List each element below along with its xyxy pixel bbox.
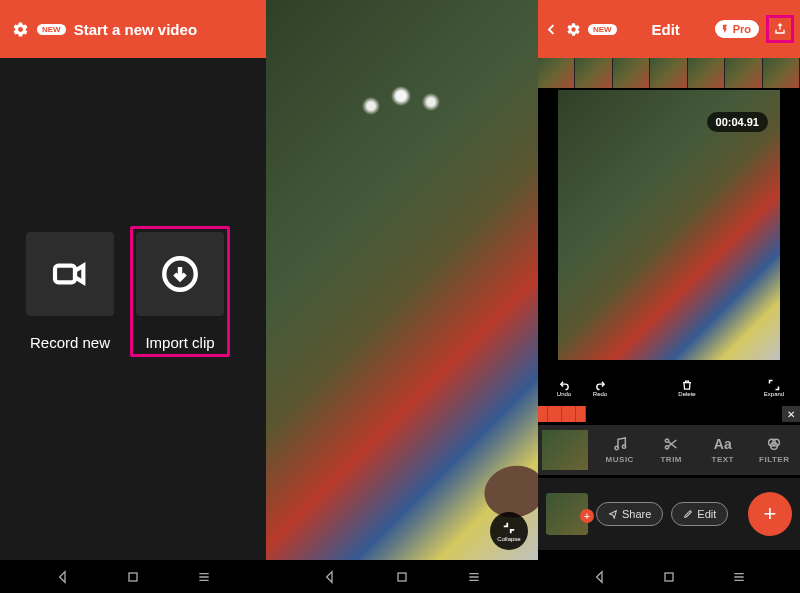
filter-label: FILTER	[759, 455, 789, 464]
timeline-frame[interactable]	[650, 58, 687, 88]
back-icon[interactable]	[544, 22, 559, 37]
topbar-right: NEW Edit Pro	[538, 0, 800, 58]
back-nav-icon[interactable]	[322, 569, 338, 585]
clip-segment[interactable]	[548, 406, 562, 422]
pencil-icon	[683, 509, 693, 519]
clip-bar[interactable]	[538, 406, 800, 422]
panel-start: NEW Start a new video Record new Import	[0, 0, 266, 560]
gear-icon[interactable]	[12, 21, 29, 38]
close-icon: ✕	[787, 409, 795, 420]
undo-label: Undo	[557, 391, 571, 397]
redo-icon	[594, 380, 607, 391]
share-button[interactable]: Share	[596, 502, 663, 526]
gear-icon[interactable]	[566, 22, 581, 37]
svg-point-3	[622, 445, 625, 448]
home-nav-icon[interactable]	[661, 569, 677, 585]
record-new-label: Record new	[30, 334, 110, 351]
timeline-frame[interactable]	[725, 58, 762, 88]
filter-tool[interactable]: FILTER	[749, 436, 801, 464]
edit-title: Edit	[651, 21, 679, 38]
edit-label: Edit	[697, 508, 716, 520]
redo-label: Redo	[593, 391, 607, 397]
record-new-tile[interactable]: Record new	[20, 232, 120, 357]
collapse-icon	[502, 521, 516, 535]
expand-label: Expand	[764, 391, 784, 397]
plus-icon: +	[764, 501, 777, 527]
expand-icon	[768, 379, 780, 391]
timeline-frame[interactable]	[613, 58, 650, 88]
music-icon	[612, 436, 628, 452]
camera-icon	[50, 254, 90, 294]
timeline-frame[interactable]	[575, 58, 612, 88]
delete-label: Delete	[678, 391, 695, 397]
expand-button[interactable]: Expand	[756, 370, 792, 406]
music-tool[interactable]: MUSIC	[594, 436, 646, 464]
add-button[interactable]: +	[748, 492, 792, 536]
nav-bar	[538, 560, 800, 593]
collapse-label: Collapse	[497, 536, 520, 542]
clip-thumbnail[interactable]	[542, 430, 588, 470]
recent-nav-icon[interactable]	[466, 569, 482, 585]
add-clip-dot[interactable]: +	[580, 509, 594, 523]
svg-rect-11	[665, 573, 673, 581]
recent-nav-icon[interactable]	[731, 569, 747, 585]
new-badge: NEW	[588, 24, 617, 35]
timeline-thumbnails[interactable]	[538, 58, 800, 88]
share-label: Share	[622, 508, 651, 520]
scissors-icon	[663, 436, 679, 452]
timecode: 00:04.91	[707, 112, 768, 132]
text-tool[interactable]: Aa TEXT	[697, 436, 749, 464]
back-nav-icon[interactable]	[592, 569, 608, 585]
clip-bar-close[interactable]: ✕	[782, 406, 800, 422]
recent-nav-icon[interactable]	[196, 569, 212, 585]
system-nav-bars	[0, 560, 800, 593]
svg-point-5	[666, 446, 669, 449]
text-label: TEXT	[712, 455, 734, 464]
home-nav-icon[interactable]	[394, 569, 410, 585]
clip-segment[interactable]	[562, 406, 576, 422]
redo-button[interactable]: Redo	[582, 370, 618, 406]
nav-bar	[266, 560, 538, 593]
start-tiles: Record new Import clip	[20, 232, 230, 357]
filter-icon	[766, 436, 782, 452]
timeline-frame[interactable]	[538, 58, 575, 88]
topbar-left: NEW Start a new video	[0, 0, 266, 58]
back-nav-icon[interactable]	[55, 569, 71, 585]
delete-button[interactable]: Delete	[669, 370, 705, 406]
trim-label: TRIM	[660, 455, 682, 464]
panel-preview: Collapse	[266, 0, 538, 560]
svg-rect-10	[398, 573, 406, 581]
svg-point-4	[666, 439, 669, 442]
collapse-button[interactable]: Collapse	[490, 512, 528, 550]
pro-badge[interactable]: Pro	[715, 20, 759, 38]
topbar-title: Start a new video	[74, 21, 197, 38]
pro-label: Pro	[733, 23, 751, 35]
nav-bar	[0, 560, 266, 593]
download-circle-icon	[159, 253, 201, 295]
trash-icon	[681, 379, 693, 391]
export-button[interactable]	[766, 15, 794, 43]
project-thumbnail[interactable]: +	[546, 493, 588, 535]
share-icon	[608, 509, 618, 519]
trim-tool[interactable]: TRIM	[646, 436, 698, 464]
new-badge: NEW	[37, 24, 66, 35]
undo-button[interactable]: Undo	[546, 370, 582, 406]
timeline-frame[interactable]	[688, 58, 725, 88]
bottom-row: + Share Edit +	[538, 478, 800, 550]
clip-segment[interactable]	[576, 406, 586, 422]
edit-button[interactable]: Edit	[671, 502, 728, 526]
timeline-frame[interactable]	[763, 58, 800, 88]
action-row: Undo Redo Delete Expand	[538, 370, 800, 406]
svg-rect-0	[55, 266, 75, 283]
home-nav-icon[interactable]	[125, 569, 141, 585]
music-label: MUSIC	[606, 455, 634, 464]
undo-icon	[558, 380, 571, 391]
import-clip-label: Import clip	[145, 334, 214, 351]
tool-row: MUSIC TRIM Aa TEXT FILTER	[538, 425, 800, 475]
svg-point-2	[615, 446, 618, 449]
panel-editor: NEW Edit Pro 00:04.91	[538, 0, 800, 560]
svg-rect-9	[129, 573, 137, 581]
clip-segment[interactable]	[538, 406, 548, 422]
text-icon: Aa	[714, 436, 732, 452]
import-clip-tile[interactable]: Import clip	[130, 226, 230, 357]
